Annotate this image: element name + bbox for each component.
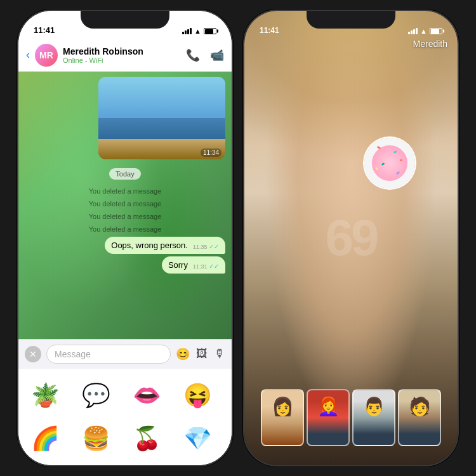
- beach-sky: [98, 77, 225, 118]
- time-right: 11:41: [260, 26, 279, 35]
- bubble-time-1: 11:35: [193, 244, 208, 250]
- input-actions: 😊 🖼 🎙: [176, 347, 225, 361]
- mic-icon[interactable]: 🎙: [214, 347, 225, 361]
- chat-bubble-2: Sorry 11:31 ✓✓: [162, 256, 225, 274]
- chat-screen: 11:41 ▲ ‹: [18, 11, 232, 465]
- ft-battery-tip: [443, 30, 444, 33]
- signal-bar-4: [190, 28, 192, 34]
- chat-messages: 11:34 Today You deleted a message You de…: [18, 72, 232, 279]
- sticker-1[interactable]: 🪴: [26, 376, 64, 414]
- left-phone: 11:41 ▲ ‹: [17, 10, 233, 466]
- donut-sprinkles: [369, 142, 411, 184]
- sticker-7[interactable]: 🍒: [128, 420, 166, 458]
- status-icons-left: ▲: [182, 27, 216, 35]
- ft-battery-fill: [431, 29, 439, 34]
- bubble-meta-2: 11:31 ✓✓: [193, 263, 219, 270]
- sticker-8[interactable]: 💎: [178, 420, 216, 458]
- contact-info: Meredith Robinson Online - WiFi: [63, 46, 181, 64]
- thumb-face-4: 🧑: [399, 390, 440, 423]
- right-phone: 69 11:41 ▲: [243, 10, 459, 466]
- system-msg-4: You deleted a message: [25, 224, 225, 234]
- ft-battery-icon: [430, 28, 442, 34]
- avatar-initials: MR: [35, 44, 58, 67]
- watermark: 69: [326, 209, 377, 267]
- ft-signal-4: [416, 28, 418, 34]
- cancel-button[interactable]: ✕: [25, 346, 41, 362]
- signal-bars-left: [182, 28, 192, 34]
- thumb-face-1: 👩: [262, 390, 303, 423]
- left-notch: [81, 11, 169, 29]
- facetime-status-icons: ▲: [408, 27, 442, 35]
- system-msg-1: You deleted a message: [25, 186, 225, 196]
- sticker-panel: 🪴 💬 👄 😝 🌈 🍔 🍒 💎: [18, 369, 232, 465]
- thumbnail-2[interactable]: 👩‍🦰: [307, 389, 350, 446]
- signal-bar-2: [185, 30, 187, 34]
- call-icon[interactable]: 📞: [186, 48, 200, 62]
- ft-wifi-icon: ▲: [420, 27, 427, 35]
- thumbnail-3[interactable]: 👨: [352, 389, 395, 446]
- sticker-6[interactable]: 🍔: [77, 420, 115, 458]
- beach-water: [98, 118, 225, 139]
- system-msg-2: You deleted a message: [25, 199, 225, 209]
- ft-signal-3: [413, 29, 415, 34]
- bubble-text-1: Oops, wrong person.: [111, 241, 188, 250]
- facetime-screen: 69 11:41 ▲: [244, 11, 458, 465]
- wifi-icon-left: ▲: [194, 27, 201, 35]
- emoji-icon[interactable]: 😊: [176, 347, 190, 361]
- tick-1: ✓✓: [209, 243, 219, 250]
- chat-header: ‹ MR Meredith Robinson Online - WiFi 📞 📹: [18, 39, 232, 72]
- signal-bars-right: [408, 28, 418, 34]
- message-input[interactable]: Message: [46, 345, 171, 364]
- image-timestamp: 11:34: [201, 149, 221, 157]
- bubble-time-2: 11:31: [193, 263, 208, 270]
- video-icon[interactable]: 📹: [210, 48, 224, 62]
- tick-2: ✓✓: [209, 263, 219, 270]
- contact-status: Online - WiFi: [63, 56, 181, 64]
- bubble-text-2: Sorry: [168, 260, 188, 270]
- sticker-5[interactable]: 🌈: [26, 420, 64, 458]
- input-bar: ✕ Message 😊 🖼 🎙: [18, 339, 232, 369]
- thumb-face-2: 👩‍🦰: [308, 390, 348, 423]
- signal-bar-1: [182, 32, 184, 34]
- image-icon[interactable]: 🖼: [196, 347, 208, 361]
- bubble-meta-1: 11:35 ✓✓: [193, 243, 219, 250]
- right-notch: [307, 11, 395, 29]
- back-button[interactable]: ‹: [26, 48, 30, 62]
- battery-fill-left: [205, 29, 213, 34]
- battery-tip-left: [217, 30, 218, 33]
- right-screen: 69 11:41 ▲: [244, 11, 458, 465]
- chat-bubble-1: Oops, wrong person. 11:35 ✓✓: [105, 237, 225, 254]
- signal-bar-3: [187, 29, 189, 34]
- date-label: Today: [109, 168, 140, 180]
- sticker-4[interactable]: 😝: [178, 376, 216, 414]
- sticker-3[interactable]: 👄: [128, 376, 166, 414]
- thumbnail-4[interactable]: 🧑: [398, 389, 441, 446]
- contact-name: Meredith Robinson: [63, 46, 181, 56]
- ft-signal-2: [411, 30, 413, 34]
- contact-avatar[interactable]: MR: [35, 44, 58, 67]
- sticker-2[interactable]: 💬: [77, 376, 115, 414]
- image-message: 11:34: [98, 77, 225, 159]
- battery-icon-left: [204, 28, 216, 34]
- thumb-face-3: 👨: [354, 390, 394, 423]
- date-divider: Today: [25, 168, 225, 180]
- facetime-contact-name: Meredith: [413, 39, 447, 49]
- left-screen: 11:41 ▲ ‹: [18, 11, 232, 465]
- ft-signal-1: [408, 32, 410, 34]
- chat-background: 11:34 Today You deleted a message You de…: [18, 72, 232, 339]
- thumbnail-strip: 👩 👩‍🦰 👨 🧑: [244, 389, 458, 446]
- thumbnail-1[interactable]: 👩: [261, 389, 304, 446]
- header-actions: 📞 📹: [186, 48, 224, 62]
- system-msg-3: You deleted a message: [25, 211, 225, 221]
- time-left: 11:41: [34, 25, 55, 35]
- donut-element: [364, 138, 415, 188]
